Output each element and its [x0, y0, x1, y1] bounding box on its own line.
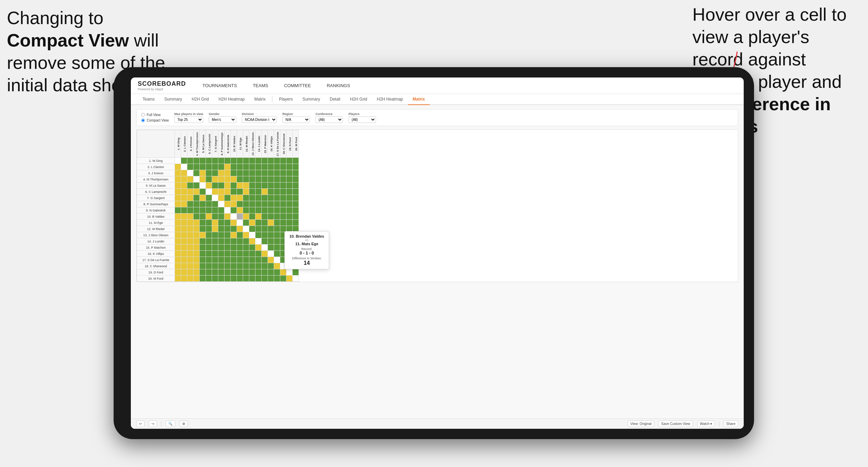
matrix-cell[interactable]: [268, 220, 274, 226]
matrix-cell[interactable]: [212, 158, 218, 164]
matrix-cell[interactable]: [231, 176, 237, 183]
matrix-cell[interactable]: [200, 207, 206, 214]
matrix-cell[interactable]: [255, 170, 262, 176]
matrix-cell[interactable]: [231, 195, 237, 201]
matrix-cell[interactable]: [286, 201, 293, 207]
matrix-cell[interactable]: [200, 189, 206, 195]
matrix-cell[interactable]: [175, 257, 181, 263]
matrix-cell[interactable]: [274, 220, 280, 226]
matrix-cell[interactable]: [255, 276, 262, 282]
matrix-cell[interactable]: [237, 176, 243, 183]
matrix-cell[interactable]: [249, 214, 255, 220]
matrix-cell[interactable]: [224, 257, 231, 263]
matrix-cell[interactable]: [224, 195, 231, 201]
matrix-cell[interactable]: [181, 257, 187, 263]
matrix-cell[interactable]: [175, 170, 181, 176]
matrix-cell[interactable]: [274, 257, 280, 263]
matrix-cell[interactable]: [262, 164, 268, 170]
matrix-cell[interactable]: [262, 245, 268, 251]
matrix-cell[interactable]: [175, 158, 181, 164]
matrix-cell[interactable]: [286, 158, 293, 164]
matrix-cell[interactable]: [194, 176, 200, 183]
tab-teams[interactable]: Teams: [138, 94, 159, 105]
matrix-cell[interactable]: [231, 226, 237, 232]
tab-h2h-heatmap2[interactable]: H2H Heatmap: [372, 94, 408, 105]
matrix-cell[interactable]: [212, 189, 218, 195]
matrix-cell[interactable]: [187, 158, 194, 164]
matrix-cell[interactable]: [268, 170, 274, 176]
matrix-cell[interactable]: [181, 207, 187, 214]
matrix-cell[interactable]: [175, 189, 181, 195]
matrix-cell[interactable]: [268, 263, 274, 269]
matrix-cell[interactable]: [187, 257, 194, 263]
matrix-cell[interactable]: [224, 158, 231, 164]
matrix-cell[interactable]: [274, 170, 280, 176]
region-select[interactable]: N/A: [282, 116, 310, 123]
matrix-cell[interactable]: [231, 220, 237, 226]
share-button[interactable]: Share: [723, 421, 738, 427]
matrix-cell[interactable]: [206, 214, 212, 220]
matrix-cell[interactable]: [218, 269, 224, 276]
matrix-cell[interactable]: [181, 195, 187, 201]
matrix-cell[interactable]: [255, 245, 262, 251]
matrix-cell[interactable]: [274, 183, 280, 189]
matrix-cell[interactable]: [249, 257, 255, 263]
matrix-cell[interactable]: [243, 220, 249, 226]
save-custom-button[interactable]: Save Custom View: [658, 421, 693, 427]
matrix-cell[interactable]: [280, 176, 286, 183]
matrix-cell[interactable]: [231, 201, 237, 207]
matrix-cell[interactable]: [249, 195, 255, 201]
matrix-cell[interactable]: [293, 195, 299, 201]
matrix-cell[interactable]: [206, 207, 212, 214]
matrix-cell[interactable]: [218, 220, 224, 226]
matrix-cell[interactable]: [262, 276, 268, 282]
matrix-cell[interactable]: [218, 251, 224, 257]
matrix-cell[interactable]: [200, 269, 206, 276]
matrix-cell[interactable]: [194, 257, 200, 263]
matrix-cell[interactable]: [200, 263, 206, 269]
matrix-cell[interactable]: [243, 263, 249, 269]
matrix-cell[interactable]: [200, 170, 206, 176]
matrix-cell[interactable]: [200, 220, 206, 226]
matrix-cell[interactable]: [218, 183, 224, 189]
matrix-cell[interactable]: [175, 220, 181, 226]
matrix-cell[interactable]: [268, 251, 274, 257]
matrix-cell[interactable]: [181, 183, 187, 189]
matrix-cell[interactable]: [243, 276, 249, 282]
matrix-cell[interactable]: [262, 251, 268, 257]
matrix-cell[interactable]: [212, 263, 218, 269]
nav-tournaments[interactable]: TOURNAMENTS: [200, 82, 240, 90]
matrix-cell[interactable]: [255, 269, 262, 276]
view-original-button[interactable]: View: Original: [628, 421, 655, 427]
matrix-cell[interactable]: [255, 207, 262, 214]
matrix-cell[interactable]: [187, 183, 194, 189]
matrix-cell[interactable]: [237, 183, 243, 189]
tab-matrix1[interactable]: Matrix: [250, 94, 271, 105]
matrix-cell[interactable]: [224, 269, 231, 276]
matrix-cell[interactable]: [268, 183, 274, 189]
matrix-cell[interactable]: [274, 245, 280, 251]
matrix-cell[interactable]: [274, 189, 280, 195]
full-view-input[interactable]: [141, 113, 145, 116]
matrix-cell[interactable]: [262, 183, 268, 189]
matrix-cell[interactable]: [268, 158, 274, 164]
matrix-cell[interactable]: [175, 251, 181, 257]
matrix-cell[interactable]: [206, 245, 212, 251]
matrix-cell[interactable]: [255, 251, 262, 257]
matrix-cell[interactable]: [249, 176, 255, 183]
matrix-cell[interactable]: [212, 257, 218, 263]
matrix-cell[interactable]: [206, 164, 212, 170]
matrix-cell[interactable]: [268, 238, 274, 245]
matrix-cell[interactable]: [206, 170, 212, 176]
matrix-cell[interactable]: [218, 176, 224, 183]
nav-teams[interactable]: TEAMS: [250, 82, 271, 90]
matrix-cell[interactable]: [274, 276, 280, 282]
matrix-cell[interactable]: [280, 164, 286, 170]
matrix-cell[interactable]: [181, 245, 187, 251]
matrix-cell[interactable]: [243, 176, 249, 183]
matrix-cell[interactable]: [268, 257, 274, 263]
tab-matrix2[interactable]: Matrix: [408, 94, 430, 105]
matrix-cell[interactable]: [187, 226, 194, 232]
matrix-cell[interactable]: [206, 220, 212, 226]
matrix-cell[interactable]: [175, 214, 181, 220]
